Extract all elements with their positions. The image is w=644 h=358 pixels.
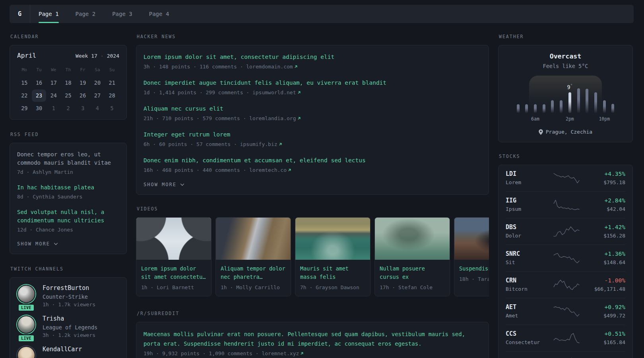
- calendar-month: April: [17, 52, 36, 59]
- video-title: Suspendisse diam: [459, 265, 489, 273]
- video-thumbnail: [375, 218, 450, 260]
- stock-sparkline: [549, 226, 584, 237]
- weather-location: Prague, Czechia: [506, 129, 625, 135]
- hn-story-meta: 16h · 468 points · 440 comments · loremt…: [144, 166, 481, 175]
- hn-story: Donec imperdiet augue tincidunt felis al…: [144, 78, 481, 97]
- stocks-widget: STOCKS LDILorem +4.35%$795.18 IIGIpsum +…: [498, 154, 633, 358]
- tab-page-1[interactable]: Page 1: [30, 5, 67, 23]
- tab-page-2[interactable]: Page 2: [67, 5, 104, 23]
- video-thumbnail: [295, 218, 370, 260]
- videos-section-title: VIDEOS: [137, 206, 489, 212]
- calendar-weekday: Mo: [17, 64, 32, 76]
- stock-change: +1.42%: [584, 224, 625, 231]
- hn-story-meta: 21h · 710 points · 579 comments · loreml…: [144, 114, 481, 123]
- chevron-down-icon: [54, 243, 58, 245]
- calendar-day: 5: [105, 102, 119, 115]
- twitch-channel-item[interactable]: LIVE Trisha League of Legends 3h · 1.2k …: [17, 315, 119, 339]
- app-logo[interactable]: G: [10, 5, 30, 23]
- weather-widget: WEATHER Overcast Feels like 5°C 9° 6am2p…: [498, 34, 633, 142]
- channel-name: KendallCarr: [43, 345, 82, 353]
- video-meta: 1h · Lori Barnett: [141, 284, 206, 290]
- stock-symbol: LDI: [506, 170, 549, 178]
- hn-story: Integer eget rutrum lorem 6h · 60 points…: [144, 130, 481, 149]
- video-card[interactable]: Suspendisse diam 18h · Tara: [454, 217, 489, 296]
- calendar-day: 21: [105, 77, 119, 89]
- video-thumbnail: [454, 218, 489, 260]
- hn-show-more-button[interactable]: SHOW MORE: [144, 182, 481, 187]
- subreddit-widget: /R/SUBREDDIT Maecenas mollis pulvinar er…: [136, 311, 489, 358]
- weather-section-title: WEATHER: [499, 34, 633, 39]
- channel-viewers: 3h · 1.2k viewers: [43, 331, 97, 339]
- stock-row[interactable]: AHS +0.46%: [506, 352, 625, 358]
- stock-name: Amet: [506, 312, 549, 319]
- video-card[interactable]: Mauris sit amet massa felis 7h · Grayson…: [295, 217, 370, 296]
- hn-story: Lorem ipsum dolor sit amet, consectetur …: [144, 53, 481, 71]
- weather-bar-current: [568, 92, 571, 113]
- video-card[interactable]: Aliquam tempor dolor nec pharetra… 1h · …: [215, 217, 291, 296]
- calendar-day: 17: [46, 77, 61, 89]
- weather-condition: Overcast: [506, 53, 625, 60]
- stock-symbol: CRN: [506, 277, 549, 284]
- rss-item-link[interactable]: Sed volutpat nulla nisl, a condimentum n…: [17, 208, 119, 225]
- stock-row[interactable]: SNRCSit +1.36%$148.64: [506, 245, 625, 272]
- stock-symbol: CCS: [506, 330, 549, 338]
- hn-story-link[interactable]: Lorem ipsum dolor sit amet, consectetur …: [144, 53, 481, 61]
- video-meta: 17h · Stefan Cole: [380, 284, 445, 290]
- video-meta: 1h · Molly Carrillo: [221, 284, 286, 290]
- calendar-weekday: Th: [61, 64, 76, 76]
- twitch-channel-item[interactable]: KendallCarr: [17, 345, 119, 358]
- avatar-wrap: LIVE: [17, 285, 35, 308]
- stock-price: $42.04: [584, 206, 625, 213]
- hacker-news-section-title: HACKER NEWS: [137, 34, 489, 39]
- hn-story: Donec enim nibh, condimentum et accumsan…: [144, 156, 481, 175]
- rss-card: Donec tempor eros leo, ut commodo mauris…: [10, 143, 127, 254]
- rss-item-meta: 7d · Ashlyn Martin: [17, 168, 119, 176]
- tab-page-3[interactable]: Page 3: [104, 5, 141, 23]
- hn-story-link[interactable]: Donec imperdiet augue tincidunt felis al…: [144, 78, 481, 87]
- stock-row[interactable]: LDILorem +4.35%$795.18: [506, 165, 625, 192]
- reddit-post-link[interactable]: Maecenas mollis pulvinar erat non posuer…: [144, 329, 481, 348]
- twitch-channel-item[interactable]: LIVE ForrestBurton Counter-Strike 1h · 1…: [17, 284, 119, 308]
- calendar-section-title: CALENDAR: [10, 34, 127, 39]
- hn-story-link[interactable]: Aliquam nec cursus elit: [144, 104, 481, 113]
- stock-price: $795.18: [584, 179, 625, 186]
- calendar-weekday: Sa: [90, 64, 105, 76]
- hacker-news-card: Lorem ipsum dolor sit amet, consectetur …: [136, 45, 489, 195]
- weather-tick-label: 6am: [531, 116, 539, 122]
- hn-story-meta: 3h · 148 points · 116 comments · loremdo…: [144, 62, 481, 71]
- stock-row[interactable]: CRNBitcorn -1.00%$66,171.48: [506, 272, 625, 298]
- stock-symbol: SNRC: [506, 250, 549, 258]
- calendar-day: 4: [90, 102, 105, 115]
- stock-change: +1.36%: [584, 250, 625, 258]
- rss-item-link[interactable]: In hac habitasse platea: [17, 183, 119, 192]
- stock-name: Dolor: [506, 232, 549, 239]
- rss-item-link[interactable]: Donec tempor eros leo, ut commodo mauris…: [17, 150, 119, 167]
- video-title: Lorem ipsum dolor sit amet consectetu…: [141, 265, 206, 281]
- video-title: Nullam posuere cursus ex: [380, 265, 445, 281]
- stock-row[interactable]: DBSDolor +1.42%$156.28: [506, 218, 625, 245]
- stock-row[interactable]: CCSConsectetur +0.51%$165.84: [506, 325, 625, 352]
- calendar-day: 27: [90, 90, 105, 102]
- calendar-widget: CALENDAR April Week 17 · 2024 MoTuWeThFr…: [10, 34, 127, 120]
- stock-row[interactable]: AETAmet +0.92%$499.72: [506, 298, 625, 325]
- calendar-day: 28: [105, 90, 119, 102]
- top-navigation-bar: G Page 1 Page 2 Page 3 Page 4: [10, 5, 634, 23]
- rss-show-more-button[interactable]: SHOW MORE: [17, 241, 119, 247]
- video-card[interactable]: Lorem ipsum dolor sit amet consectetu… 1…: [136, 217, 211, 296]
- weather-bar: [534, 104, 537, 113]
- rss-section-title: RSS FEED: [10, 132, 127, 137]
- hn-story-link[interactable]: Integer eget rutrum lorem: [144, 130, 481, 139]
- hn-story-link[interactable]: Donec enim nibh, condimentum et accumsan…: [144, 156, 481, 165]
- video-thumbnail: [136, 218, 211, 260]
- external-link-icon: [294, 64, 298, 69]
- tab-page-4[interactable]: Page 4: [141, 5, 178, 23]
- show-more-label: SHOW MORE: [17, 241, 50, 247]
- calendar-year: 2024: [107, 53, 119, 59]
- video-card[interactable]: Nullam posuere cursus ex 17h · Stefan Co…: [374, 217, 450, 296]
- stock-change: -1.00%: [584, 277, 625, 284]
- stock-row[interactable]: IIGIpsum +2.84%$42.04: [506, 192, 625, 218]
- weather-hourly-chart: 9° 6am2pm10pm: [516, 76, 615, 123]
- video-title: Aliquam tempor dolor nec pharetra…: [221, 265, 286, 281]
- external-link-icon: [278, 142, 283, 146]
- calendar-day: 29: [17, 102, 32, 115]
